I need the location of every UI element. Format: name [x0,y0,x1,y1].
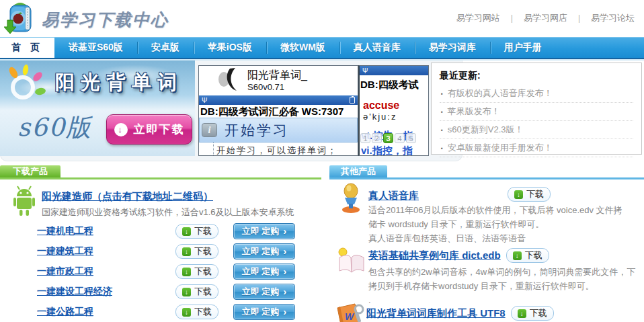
download-arrow-icon: ↓ [182,227,191,236]
top-links: 易学习网站 | 易学习网店 | 易学习论坛 [456,12,635,24]
download-arrow-icon: ↓ [182,247,191,256]
download-arrow-icon: ↓ [182,308,191,317]
order-now-button[interactable]: 立即 定购› [233,223,295,239]
link-separator: | [511,13,513,23]
menu-hint-text: 开始学习，可以选择单词； [199,143,358,156]
bullet-icon: ▪ [441,109,443,115]
download-arrow-icon: ↓ [514,190,523,199]
banner-pagination: 1 2 3 4 5 [360,133,416,143]
order-now-button[interactable]: 立即 定购› [233,264,295,280]
tab-download-products[interactable]: 下载产品 [0,165,61,177]
list-item: 一建建设工程经济 ↓下载 立即 定购› [0,282,322,302]
top-link-website[interactable]: 易学习网站 [456,12,500,24]
info-icon: i [202,123,217,137]
order-now-button[interactable]: 立即 定购› [233,284,295,300]
header: 易学习下载中心 易学习网站 | 易学习网店 | 易学习论坛 [0,0,644,37]
update-text: 安卓版最新使用手册发布！ [448,142,553,154]
page: 易学习下载中心 易学习网站 | 易学习网店 | 易学习论坛 首 页 诺基亚S60… [0,0,644,322]
top-link-shop[interactable]: 易学习网店 [524,12,567,24]
site-logo[interactable]: 易学习下载中心 [4,1,169,38]
list-item: 一建市政工程 ↓下载 立即 定购› [0,261,322,282]
banner-title: 阳光背单词 [55,69,183,96]
logo-backpack-icon [4,1,36,38]
desc-line: 储卡 wordstudy 目录下，重新运行软件即可。 [368,217,622,231]
nav-item-manual[interactable]: 用户手册 [490,38,556,58]
nav-item-ios[interactable]: 苹果iOS版 [194,38,266,58]
voice-lib-link[interactable]: 真人语音库 [368,190,419,202]
tab-other-products[interactable]: 其他产品 [329,165,387,177]
course-link-jianzhu[interactable]: 一建建筑工程 [37,245,175,257]
course-link-jingji[interactable]: 一建建设工程经济 [37,286,175,298]
update-item: ▪ 苹果版发布！ [440,103,633,121]
wordlib-tool-icon: W [335,303,366,322]
course-link-jidian[interactable]: 一建机电工程 [37,225,175,237]
update-text: 有版权的真人语音库发布！ [448,87,553,99]
app-menu: i 开始学习 开始学习，可以选择单词； [199,118,358,156]
bullet-icon: ▪ [441,145,443,151]
sentence-lib-link[interactable]: 英语基础共享例句库 dict.edb [368,249,501,262]
course-link-gonglu[interactable]: 一建公路工程 [37,306,175,318]
db-status-line: DB:四级考试 [360,79,428,91]
download-button[interactable]: ↓下载 [175,244,218,259]
download-button[interactable]: ↓下载 [175,224,218,239]
chevron-right-icon: › [283,266,286,277]
download-button[interactable]: ↓下载 [175,305,218,319]
nav-item-home[interactable]: 首 页 [0,38,54,58]
page-dot-1[interactable]: 1 [360,133,370,143]
update-text: s60更新到V2.3版！ [448,124,524,136]
chevron-right-icon: › [283,225,286,237]
wordlib-tool-link[interactable]: 阳光背单词词库制作工具 UTF8 [366,307,506,320]
app-version: S60v0.71 [247,82,307,93]
download-arrow-icon: ↓ [182,288,191,296]
recent-updates-box: 最近更新: ▪ 有版权的真人语音库发布！ ▪ 苹果版发布！ ▪ s60更新到V2… [431,63,642,155]
page-dot-5[interactable]: 5 [406,133,416,143]
desc-line: 真人语音库包括英语、日语、法语等语音 [368,231,622,245]
bullet-icon: ▪ [441,127,443,133]
word-phonetic: ə'kju:z [360,112,428,122]
bullet-icon: ▪ [441,91,443,97]
nav-item-voice-lib[interactable]: 真人语音库 [339,38,415,58]
screenshot-splash: 阳光背单词_ S60v0.71 [199,66,358,95]
download-button[interactable]: ↓下载 [175,264,218,279]
desc-line: . [368,293,635,307]
android-robot-icon [8,186,40,220]
builder-product-link[interactable]: 阳光建造师（点击有下载地址二维码） [42,190,213,203]
app-titles: 阳光背单词_ S60v0.71 [247,69,307,93]
top-link-forum[interactable]: 易学习论坛 [591,12,635,24]
sun-logo-icon [3,65,50,110]
builder-download-list: 一建机电工程 ↓下载 立即 定购› 一建建筑工程 ↓下载 立即 定购› 一建市政… [0,221,322,322]
download-button[interactable]: ↓下载 [508,187,551,202]
banner-download-button[interactable]: ↓ 立即下载 [106,114,192,145]
chevron-right-icon: › [283,286,286,297]
order-now-button[interactable]: 立即 定购› [233,243,295,259]
banner-edition: s60版 [17,111,92,145]
page-dot-2[interactable]: 2 [372,133,382,143]
page-dot-4[interactable]: 4 [395,133,405,143]
nav-item-wm[interactable]: 微软WM版 [266,38,339,58]
menu-selected-label: 开始学习 [225,121,289,140]
nav-item-dict-lib[interactable]: 易学习词库 [415,38,490,58]
nav-item-android[interactable]: 安卓版 [137,38,194,58]
update-item: ▪ s60更新到V2.3版！ [440,121,633,139]
chevron-right-icon: › [283,306,286,317]
download-arrow-icon: ↓ [182,268,191,276]
page-dot-3-active[interactable]: 3 [383,133,393,143]
blue-tab-underline [329,177,644,179]
order-now-button[interactable]: 立即 定购› [233,304,295,320]
phone-status-bar: Ψ [360,66,428,75]
desc-line: 包含共享的约2w单词音标，4w单词的例句，简明词典需要此文件，下 [368,265,635,279]
update-item: ▪ 有版权的真人语音库发布！ [440,85,633,103]
download-button[interactable]: ↓下载 [506,248,549,263]
course-link-shizheng[interactable]: 一建市政工程 [37,266,175,278]
download-button[interactable]: ↓下载 [175,284,218,299]
download-arrow-icon: ↓ [518,309,526,318]
chevron-right-icon: › [283,245,286,257]
desc-line: 拷贝到手机存储卡wordstudy 目录下，重新运行软件即可。 [368,279,635,293]
nav-item-s60[interactable]: 诺基亚S60版 [54,38,137,58]
logo-text: 易学习下载中心 [42,9,169,31]
download-button[interactable]: ↓下载 [511,306,554,321]
voice-lib-desc: 适合2011年06月以后版本的软件使用，下载后将 voice.edv 文件拷 储… [368,203,622,245]
app-name: 阳光背单词_ [247,69,307,82]
list-item: 一建机电工程 ↓下载 立即 定购› [0,221,322,241]
main-nav: 首 页 诺基亚S60版 安卓版 苹果iOS版 微软WM版 真人语音库 易学习词库… [0,37,644,58]
